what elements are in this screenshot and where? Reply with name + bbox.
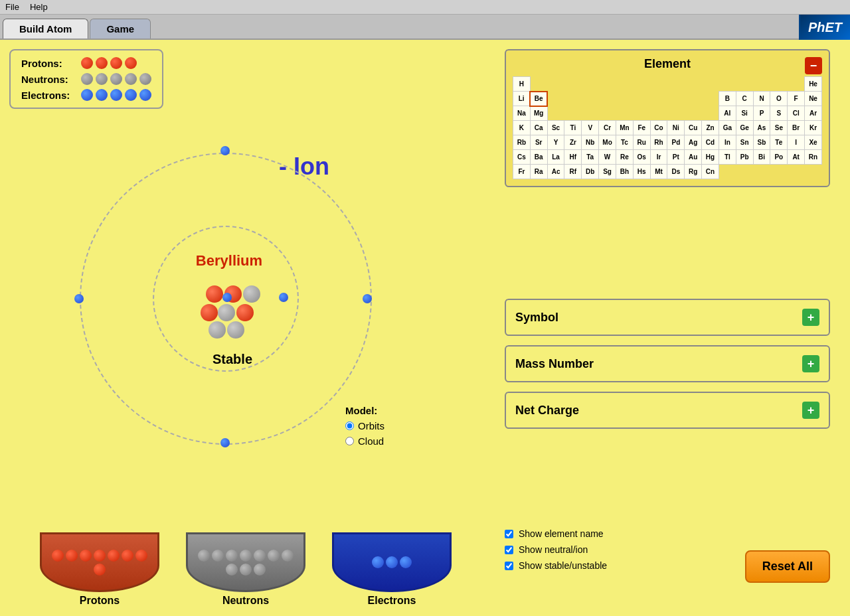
pt-cell[interactable] — [582, 92, 599, 106]
pt-cell[interactable]: Sr — [530, 135, 547, 150]
pt-cell[interactable]: Y — [547, 135, 564, 150]
proton-dot-3[interactable] — [110, 57, 122, 69]
neutron-bucket[interactable] — [186, 532, 305, 592]
bucket-electron-ball-3[interactable] — [400, 556, 412, 568]
bucket-proton-ball-4[interactable] — [94, 550, 106, 562]
pt-cell[interactable]: Se — [770, 121, 788, 135]
pt-cell[interactable] — [650, 92, 667, 106]
pt-cell[interactable]: Tl — [719, 150, 736, 165]
electron-outer-right[interactable] — [363, 294, 372, 303]
bucket-proton-ball-5[interactable] — [108, 550, 120, 562]
pt-cell[interactable] — [788, 77, 805, 92]
menu-file[interactable]: File — [5, 2, 19, 12]
bucket-proton-ball-1[interactable] — [52, 550, 64, 562]
pt-cell[interactable]: Ra — [530, 165, 547, 179]
bucket-neutron-ball-10[interactable] — [254, 564, 266, 576]
radio-orbits-row[interactable]: Orbits — [345, 420, 384, 431]
pt-cell[interactable] — [667, 106, 685, 121]
pt-cell[interactable] — [633, 106, 650, 121]
neutron-dot-4[interactable] — [125, 73, 137, 85]
pt-cell[interactable]: As — [753, 121, 770, 135]
pt-cell[interactable]: Zn — [702, 121, 719, 135]
pt-cell[interactable]: W — [599, 150, 616, 165]
pt-cell[interactable]: Co — [650, 121, 667, 135]
pt-cell[interactable]: Ca — [530, 121, 547, 135]
pt-cell[interactable]: Cu — [685, 121, 702, 135]
neutron-dot-1[interactable] — [81, 73, 93, 85]
pt-cell[interactable]: K — [513, 121, 531, 135]
pt-cell[interactable]: P — [753, 106, 770, 121]
pt-cell[interactable]: Ne — [805, 92, 822, 106]
pt-cell[interactable] — [650, 77, 667, 92]
nucleus-neutron-1[interactable] — [243, 285, 260, 303]
pt-cell[interactable]: Bi — [753, 150, 770, 165]
bucket-neutron-ball-8[interactable] — [226, 564, 238, 576]
radio-cloud[interactable] — [345, 437, 354, 445]
electron-bucket[interactable] — [332, 532, 452, 592]
pt-cell[interactable]: Pt — [667, 150, 685, 165]
bucket-electron-ball-2[interactable] — [386, 556, 398, 568]
proton-dot-4[interactable] — [125, 57, 137, 69]
proton-dot-2[interactable] — [96, 57, 108, 69]
pt-cell[interactable]: Rf — [564, 165, 582, 179]
pt-cell[interactable]: Ni — [667, 121, 685, 135]
electron-outer-left[interactable] — [74, 294, 84, 303]
pt-cell[interactable]: Rg — [685, 165, 702, 179]
pt-cell[interactable] — [685, 92, 702, 106]
pt-cell[interactable]: Si — [736, 106, 753, 121]
pt-cell[interactable] — [616, 106, 633, 121]
pt-cell[interactable] — [788, 165, 805, 179]
pt-cell[interactable]: Ir — [650, 150, 667, 165]
pt-cell[interactable]: C — [736, 92, 753, 106]
pt-cell[interactable]: Rn — [805, 150, 822, 165]
pt-cell[interactable] — [547, 106, 564, 121]
electron-inner-2[interactable] — [279, 293, 288, 302]
mass-panel-expand[interactable]: + — [802, 355, 819, 372]
pt-cell[interactable]: Db — [582, 165, 599, 179]
pt-cell[interactable] — [564, 92, 582, 106]
nucleus-neutron-4[interactable] — [227, 321, 244, 339]
pt-cell[interactable] — [770, 165, 788, 179]
pt-cell[interactable]: Ge — [736, 121, 753, 135]
pt-cell[interactable]: Sn — [736, 135, 753, 150]
pt-cell[interactable]: Mo — [599, 135, 616, 150]
pt-cell[interactable]: Al — [719, 106, 736, 121]
pt-cell[interactable] — [650, 106, 667, 121]
bucket-neutron-ball-2[interactable] — [212, 550, 224, 562]
pt-cell[interactable]: F — [788, 92, 805, 106]
pt-cell[interactable] — [599, 77, 616, 92]
netcharge-panel-expand[interactable]: + — [802, 402, 819, 419]
pt-cell[interactable] — [616, 77, 633, 92]
electron-dot-2[interactable] — [96, 89, 108, 101]
bucket-proton-ball-8[interactable] — [94, 564, 106, 576]
pt-cell[interactable]: S — [770, 106, 788, 121]
pt-cell[interactable] — [702, 92, 719, 106]
pt-cell[interactable] — [616, 92, 633, 106]
nucleus-neutron-3[interactable] — [209, 321, 226, 339]
bucket-neutron-ball-7[interactable] — [282, 550, 294, 562]
pt-cell[interactable] — [667, 92, 685, 106]
pt-cell[interactable]: In — [719, 135, 736, 150]
pt-cell[interactable]: H — [513, 77, 531, 92]
pt-cell[interactable]: Ti — [564, 121, 582, 135]
bucket-neutron-ball-6[interactable] — [268, 550, 280, 562]
pt-cell[interactable] — [719, 165, 736, 179]
pt-cell[interactable] — [702, 77, 719, 92]
pt-cell[interactable]: O — [770, 92, 788, 106]
pt-cell[interactable] — [582, 106, 599, 121]
pt-cell[interactable]: Pb — [736, 150, 753, 165]
pt-cell[interactable]: Ar — [805, 106, 822, 121]
pt-cell[interactable] — [633, 92, 650, 106]
pt-cell[interactable]: V — [582, 121, 599, 135]
pt-cell[interactable]: Os — [633, 150, 650, 165]
pt-cell[interactable]: Ac — [547, 165, 564, 179]
bucket-neutron-ball-3[interactable] — [226, 550, 238, 562]
menu-help[interactable]: Help — [30, 2, 48, 12]
pt-cell[interactable] — [633, 77, 650, 92]
pt-cell[interactable]: Ru — [633, 135, 650, 150]
pt-cell[interactable]: Ag — [685, 135, 702, 150]
pt-cell[interactable]: Na — [513, 106, 531, 121]
pt-cell[interactable]: Re — [616, 150, 633, 165]
pt-cell[interactable]: Mn — [616, 121, 633, 135]
bucket-proton-ball-6[interactable] — [122, 550, 133, 562]
